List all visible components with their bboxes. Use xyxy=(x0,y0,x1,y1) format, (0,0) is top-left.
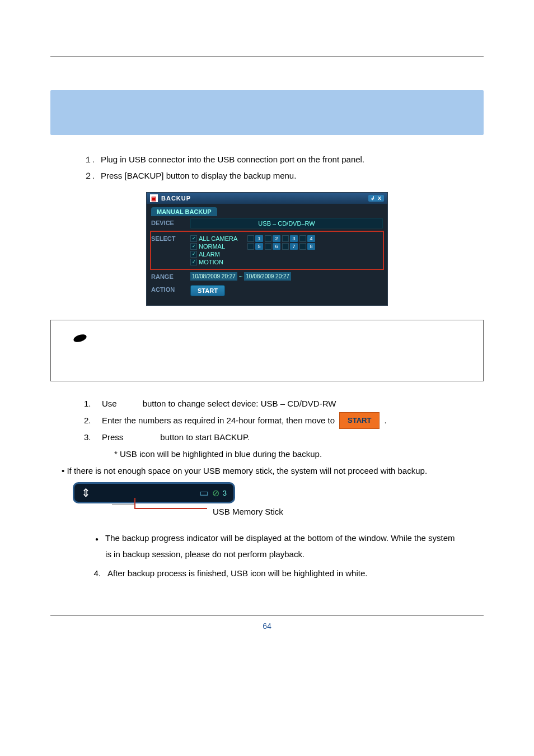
page-number: 64 xyxy=(50,622,484,631)
step-text: . xyxy=(384,412,386,429)
step-num: ２. xyxy=(84,168,101,184)
camera-3[interactable]: 3 xyxy=(282,235,298,242)
cd-count: 3 xyxy=(223,489,227,497)
cd-icon: ⊘ xyxy=(212,488,219,498)
usb-icon: ⇕ xyxy=(81,486,91,500)
step-idx: 1. xyxy=(84,395,97,412)
tab-manual-backup[interactable]: MANUAL BACKUP xyxy=(151,207,217,216)
camera-1[interactable]: 1 xyxy=(247,235,263,242)
step-text: Press [BACKUP] button to display the bac… xyxy=(101,171,296,180)
device-label: DEVICE xyxy=(151,218,190,226)
start-inline-button[interactable]: START xyxy=(339,412,380,429)
camera-5[interactable]: 5 xyxy=(247,243,263,250)
window-title: BACKUP xyxy=(161,195,191,202)
camera-8[interactable]: 8 xyxy=(299,243,315,250)
info-box xyxy=(50,320,484,381)
camera-4[interactable]: 4 xyxy=(299,235,315,242)
camera-6[interactable]: 6 xyxy=(265,243,280,250)
step-text: Enter the numbers as required in 24-hour… xyxy=(102,412,335,429)
usb-status-bar: ⇕ ▭ ⊘3 xyxy=(73,482,235,503)
step-text: Press xyxy=(102,429,123,446)
start-button[interactable]: START xyxy=(190,285,225,296)
step-idx: 2. xyxy=(84,412,97,429)
info-icon xyxy=(73,333,88,344)
bottom-rule xyxy=(50,615,484,616)
device-value[interactable]: USB – CD/DVD–RW xyxy=(190,218,383,228)
check-normal[interactable]: ✓NORMAL xyxy=(190,243,244,250)
range-from[interactable]: 10/08/2009 20:27 xyxy=(190,272,237,281)
no-space-note: • If there is not enough space on your U… xyxy=(62,466,484,475)
range-sep: ~ xyxy=(239,273,242,280)
procedure-steps: 1. Use button to change select device: U… xyxy=(84,395,484,463)
backup-window: ▣ BACKUP ↲ X MANUAL BACKUP DEVICE USB – … xyxy=(146,192,388,306)
camera-2[interactable]: 2 xyxy=(265,235,280,242)
camera-7[interactable]: 7 xyxy=(282,243,298,250)
window-buttons[interactable]: ↲ X xyxy=(368,195,384,202)
range-label: RANGE xyxy=(151,272,190,280)
step-text: button to change select device: USB – CD… xyxy=(143,395,336,412)
step-text: Use xyxy=(102,395,117,412)
bullet-icon: ● xyxy=(95,530,99,562)
usb-pointer xyxy=(106,503,207,519)
camera-icon: ▭ xyxy=(199,487,209,499)
bullet-text: The backup progress indicator will be di… xyxy=(105,530,456,562)
step-idx: 4. xyxy=(86,566,101,582)
usb-note: * USB icon will be highlighted in blue d… xyxy=(114,446,322,463)
select-label: SELECT xyxy=(151,234,190,242)
step-idx: 3. xyxy=(84,429,97,446)
select-highlight-box: SELECT ✓ALL CAMERA 1 2 3 4 ✓NORMAL xyxy=(150,231,384,270)
top-rule xyxy=(50,56,484,57)
notes-list: ● The backup progress indicator will be … xyxy=(95,530,456,582)
action-label: ACTION xyxy=(151,285,190,293)
check-motion[interactable]: ✓MOTION xyxy=(190,259,244,265)
step-text: Plug in USB connector into the USB conne… xyxy=(101,155,364,164)
step-num: １. xyxy=(84,152,101,168)
check-alarm[interactable]: ✓ALARM xyxy=(190,251,244,258)
usb-label: USB Memory Stick xyxy=(213,507,283,516)
range-to[interactable]: 10/08/2009 20:27 xyxy=(244,272,291,281)
step-text: button to start BACKUP. xyxy=(160,429,250,446)
intro-steps: １.Plug in USB connector into the USB con… xyxy=(84,152,484,184)
step-text: After backup process is finished, USB ic… xyxy=(107,566,367,582)
section-banner xyxy=(50,90,484,135)
check-all-camera[interactable]: ✓ALL CAMERA xyxy=(190,235,244,242)
window-titlebar: ▣ BACKUP ↲ X xyxy=(147,193,387,204)
backup-app-icon: ▣ xyxy=(150,194,158,202)
